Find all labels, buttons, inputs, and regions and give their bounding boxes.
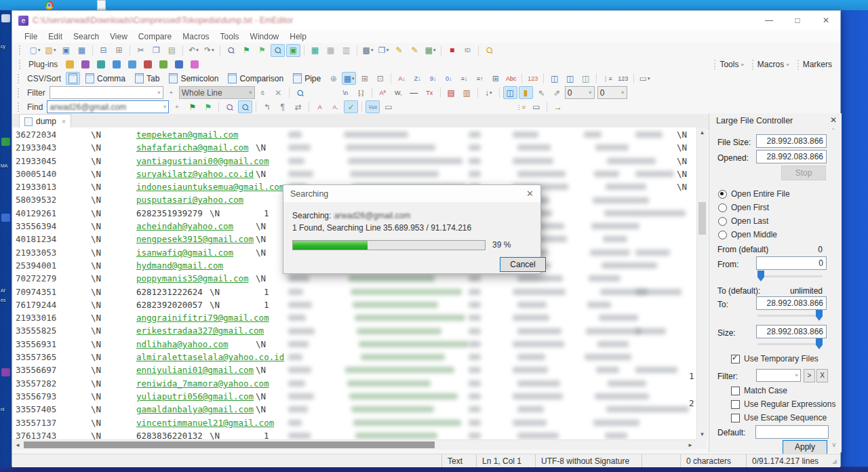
sort-90-icon[interactable]: 0↓ <box>441 72 456 85</box>
toolbar-grip[interactable] <box>18 102 22 112</box>
size-slider-thumb[interactable] <box>816 338 823 349</box>
filter-toolbar-icon[interactable]: Ϙ <box>271 44 285 57</box>
panel-scroll-up-icon[interactable]: ˆ <box>832 128 834 136</box>
word-match-icon[interactable]: W, <box>391 86 406 99</box>
panel-option-checkbox[interactable]: Match Case <box>731 386 787 395</box>
delete-column-icon[interactable]: ⊡ <box>373 72 387 85</box>
from-slider-thumb[interactable] <box>757 271 764 281</box>
csv-format-button[interactable]: Semicolon <box>165 73 222 85</box>
find-next-flag-icon[interactable]: ⚑ <box>201 100 215 113</box>
extract-icon[interactable]: ↓ <box>481 86 496 99</box>
toolbar-icon[interactable] <box>478 45 479 56</box>
filter-icon[interactable] <box>440 87 441 98</box>
word-red-icon[interactable]: A. <box>328 100 342 113</box>
cursor-b-icon[interactable]: ⇗ <box>550 86 564 99</box>
line-numbers-icon[interactable]: ⋮≡ <box>513 100 528 113</box>
toolbar-icon[interactable] <box>441 45 441 56</box>
book-red-icon[interactable]: ▤ <box>444 86 458 99</box>
to-slider-thumb[interactable] <box>816 310 823 321</box>
join-column-icon[interactable]: ◫ <box>563 72 577 85</box>
desktop-app-icon[interactable] <box>1 368 10 376</box>
csv-icon[interactable] <box>596 73 597 83</box>
tools-toolbar-button[interactable]: Tools» <box>714 60 747 70</box>
book-gray-icon[interactable]: ▥ <box>460 86 474 99</box>
toolbar-icon[interactable] <box>220 45 220 56</box>
highlight-icon[interactable]: ▣ <box>286 44 300 57</box>
heading-combo[interactable]: 0˅ <box>565 86 595 99</box>
toolbar-grip[interactable] <box>18 74 22 83</box>
close-button[interactable]: ✕ <box>812 11 840 30</box>
to-input[interactable]: 28.992.083.866 <box>756 296 827 310</box>
toolbar-grip[interactable] <box>19 60 24 69</box>
csv-mode-icon[interactable]: ▦ <box>308 44 322 57</box>
find-icon[interactable]: Ϙ <box>224 44 238 57</box>
filter-icon[interactable] <box>372 87 372 98</box>
match-case-icon[interactable]: Aª <box>376 86 390 99</box>
snippets-icon[interactable]: ❒ <box>376 44 391 57</box>
menu-item[interactable]: Compare <box>133 32 177 41</box>
filter-icon[interactable] <box>289 87 290 98</box>
menu-item[interactable]: Tools <box>215 32 245 41</box>
plugin-htmlbar-icon[interactable] <box>94 58 108 71</box>
open-mode-radio[interactable]: Open Middle <box>718 230 777 239</box>
new-file-icon[interactable]: ▢ <box>28 44 42 57</box>
cut-icon[interactable]: ✂ <box>134 44 148 57</box>
menu-item[interactable]: File <box>19 32 43 41</box>
use-temporary-files-checkbox[interactable]: Use Temporary Files <box>731 354 818 363</box>
filter-apply-icon[interactable]: Ϙ <box>293 86 307 99</box>
vertical-scroll-thumb[interactable] <box>698 202 706 235</box>
find-prev-flag-icon[interactable]: ⚑ <box>185 100 199 113</box>
paste-icon[interactable]: ▤ <box>165 44 179 57</box>
notepad-icon[interactable] <box>97 0 106 10</box>
print-icon[interactable]: ⊟ <box>96 44 111 57</box>
scroll-up-icon[interactable]: ▲ <box>697 127 707 138</box>
maximize-button[interactable]: □ <box>783 11 812 30</box>
toolbar-icon[interactable] <box>92 45 93 56</box>
macro-list-icon[interactable]: ▦ <box>423 44 437 57</box>
separator-options-icon[interactable]: ▭ <box>637 72 652 85</box>
edit-macro-icon[interactable]: ✎ <box>392 44 406 57</box>
plugin-outline-icon[interactable] <box>172 58 186 71</box>
stop-button[interactable]: Stop <box>781 165 826 180</box>
find-in-files-icon[interactable]: Ϙ <box>238 100 252 113</box>
panel-close-icon[interactable]: ✕ <box>830 115 837 125</box>
tab-dump[interactable]: dump × <box>19 114 71 128</box>
to-slider[interactable] <box>757 315 823 317</box>
editor-area[interactable]: 36272034 \N tempeketan@gmail.com 2193304… <box>13 127 696 439</box>
csv-format-button[interactable]: Tab <box>132 73 163 85</box>
from-input[interactable]: 0 <box>756 256 827 270</box>
tab-close-icon[interactable]: × <box>62 118 66 125</box>
go-icon[interactable]: → <box>551 100 565 113</box>
desktop-app-icon[interactable] <box>1 214 10 222</box>
sort-za-icon[interactable]: Z↓ <box>410 72 425 85</box>
print-preview-icon[interactable]: ⊞ <box>112 44 126 57</box>
scroll-left-icon[interactable]: ◄ <box>13 440 22 450</box>
plugin-snippets-icon[interactable] <box>156 58 170 71</box>
filter-clear-icon[interactable]: ✕ <box>271 86 285 99</box>
menu-item[interactable]: Search <box>68 32 104 41</box>
edit-macro2-icon[interactable]: ✎ <box>408 44 422 57</box>
panel-option-checkbox[interactable]: Use Regular Expressions <box>731 399 835 409</box>
csv-toggle-icon[interactable] <box>66 72 80 85</box>
panel-toggle-icon[interactable]: ◫ <box>503 86 517 99</box>
csv-format-button[interactable]: Comparison <box>224 73 287 85</box>
menu-item[interactable]: View <box>104 32 133 41</box>
case-red-icon[interactable]: A <box>313 100 327 113</box>
csv-format-button[interactable]: Comma <box>82 73 129 85</box>
cancel-button[interactable]: Cancel <box>500 257 546 272</box>
size-slider[interactable] <box>757 343 823 345</box>
panel-scroll-down-icon[interactable]: ˅ <box>832 441 836 449</box>
column-numbers-icon[interactable]: 123 <box>526 72 540 85</box>
clear-filter-icon[interactable]: Tx <box>422 86 437 99</box>
find-input[interactable]: arwad26@gmail.com˅ <box>47 100 169 113</box>
sort-length-desc-icon[interactable]: ≡↑ <box>473 72 487 85</box>
apply-button[interactable]: Apply <box>783 440 827 454</box>
default-input[interactable] <box>755 425 829 439</box>
from-slider[interactable] <box>757 275 823 277</box>
add-search-icon[interactable]: ＋ <box>170 100 184 113</box>
open-mode-radio[interactable]: Open Entire File <box>718 189 790 199</box>
manage-columns-icon[interactable]: ⊞ <box>488 72 502 85</box>
macros-toolbar-button[interactable]: Macros» <box>752 60 793 70</box>
chrome-icon[interactable] <box>45 1 54 9</box>
column-right-icon[interactable]: ◫ <box>578 72 593 85</box>
